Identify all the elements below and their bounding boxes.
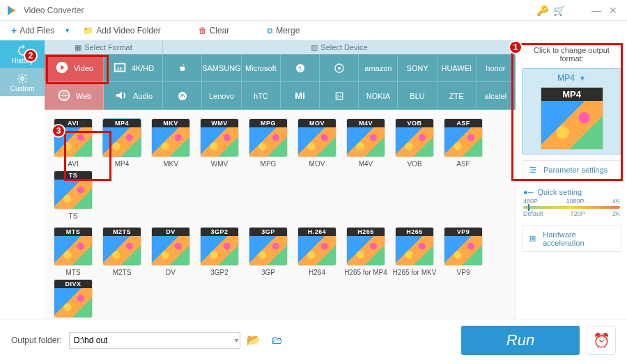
caret-down-icon: ▼ [579,74,586,82]
output-folder-input[interactable] [69,332,240,349]
format-H265-for-MKV[interactable]: H265H265 for MKV [390,225,439,278]
brand-r1-0[interactable] [163,54,202,82]
svg-point-5 [298,66,300,68]
format-MPG[interactable]: MPGMPG [244,117,293,169]
brand-r1-3[interactable] [281,54,320,82]
format-M4V[interactable]: M4VM4V [341,117,390,169]
format-MTS[interactable]: MTSMTS [49,225,98,278]
audio-icon [114,88,129,104]
history-button[interactable]: History [0,40,45,68]
output-format-selector[interactable]: MP4 ▼ MP4 [522,68,621,155]
bottom-bar: Output folder: ▾ 📂 🗁 Run ⏰ [0,319,627,361]
chip-icon [528,234,537,244]
brand-hTC[interactable]: hTC [242,82,281,110]
category-hd[interactable]: 4K4K/HD [104,54,163,82]
brand-SONY[interactable]: SONY [398,54,437,82]
merge-button[interactable]: ⧉ Merge [263,26,304,35]
format-H265-for-MP4[interactable]: H265H265 for MP4 [341,225,390,278]
format-DV[interactable]: DVDV [146,225,195,278]
custom-label: Custom [10,85,34,93]
add-folder-button[interactable]: 📁 Add Video Folder [79,26,165,35]
category-video[interactable]: Video [45,54,104,82]
brand-r2-3[interactable]: MI [281,82,320,110]
format-header: ▦ Select Format ▥ Select Device [45,40,516,54]
lg-icon [295,63,306,74]
output-format-title: Click to change output format: [522,46,621,63]
quality-slider[interactable] [523,206,620,209]
main-toolbar: + Add Files ▼ 📁 Add Video Folder 🗑 Clear… [0,21,627,40]
oneplus-icon: 1+ [334,90,345,102]
select-device-tab[interactable]: ▥ Select Device [163,40,516,54]
svg-text:4K: 4K [116,65,123,71]
quick-setting: ●─Quick setting 480P1080P4K Default720P2… [522,185,621,220]
category-audio[interactable]: Audio [104,82,163,110]
merge-icon: ⧉ [267,26,273,35]
brand-honor[interactable]: honor [477,54,516,82]
brand-r2-4[interactable]: 1+ [320,82,359,110]
category-grid: Video4K4K/HDSAMSUNGMicrosoftamazonSONYHU… [45,54,516,110]
format-ASF[interactable]: ASFASF [439,117,488,169]
add-files-button[interactable]: + Add Files ▼ [7,25,75,36]
folder-icon: 📁 [83,26,93,35]
select-device-label: Select Device [320,43,367,52]
browse-folder-button[interactable]: 🗁 [269,334,286,347]
format-H264[interactable]: H.264H264 [293,225,341,278]
brand-Microsoft[interactable]: Microsoft [242,54,281,82]
format-MKV[interactable]: MKVMKV [146,117,195,169]
svg-point-7 [338,67,341,70]
app-logo-icon [6,4,18,17]
annotation-badge-1: 1 [509,40,522,54]
title-bar: Video Converter 🔑 🛒 — ✕ [0,0,627,21]
select-format-tab[interactable]: ▦ Select Format [45,40,163,54]
format-DIVX[interactable]: DIVXDIVX [49,278,98,319]
open-folder-button[interactable]: 📂 [245,333,262,347]
cart-icon[interactable]: 🛒 [550,5,567,16]
format-3GP2[interactable]: 3GP23GP2 [195,225,244,278]
hardware-acceleration-label: Hardware acceleration [543,230,615,247]
format-WMV[interactable]: WMVWMV [195,117,244,169]
format-MP4[interactable]: MP4MP4 [98,117,146,169]
format-M2TS[interactable]: M2TSM2TS [98,225,146,278]
parameter-settings-button[interactable]: Parameter settings [522,160,621,180]
sliders-icon [528,165,538,175]
merge-label: Merge [276,26,300,35]
brand-r2-0[interactable] [163,82,202,110]
brand-alcatel[interactable]: alcatel [477,82,516,110]
dropdown-caret-icon[interactable]: ▼ [64,27,70,34]
app-title: Video Converter [24,6,534,15]
brand-r1-4[interactable] [320,54,359,82]
format-TS[interactable]: TSTS [49,169,98,221]
add-folder-label: Add Video Folder [96,26,161,35]
plus-icon: + [11,25,17,36]
output-format-preview: MP4 [541,87,603,150]
left-rail: History Custom [0,40,45,319]
format-3GP[interactable]: 3GP3GP [244,225,293,278]
hd-icon: 4K [112,60,127,77]
output-format-tag: MP4 [541,88,603,101]
key-icon[interactable]: 🔑 [534,5,550,16]
video-icon [54,60,70,77]
brand-NOKIA[interactable]: NOKIA [359,82,398,110]
minimize-button[interactable]: — [588,5,605,16]
format-VP9[interactable]: VP9VP9 [439,225,488,278]
custom-button[interactable]: Custom [0,68,45,96]
brand-amazon[interactable]: amazon [359,54,398,82]
svg-text:1+: 1+ [336,93,342,98]
brand-HUAWEI[interactable]: HUAWEI [438,54,477,82]
clear-button[interactable]: 🗑 Clear [194,26,234,35]
brand-BLU[interactable]: BLU [398,82,437,110]
add-files-label: Add Files [20,26,54,35]
brand-ZTE[interactable]: ZTE [438,82,477,110]
hardware-acceleration-button[interactable]: Hardware acceleration [522,225,621,252]
brand-SAMSUNG[interactable]: SAMSUNG [202,54,242,82]
run-button[interactable]: Run [461,326,580,355]
lg-icon [334,63,345,74]
format-VOB[interactable]: VOBVOB [390,117,439,169]
format-MOV[interactable]: MOVMOV [293,117,341,169]
brand-Lenovo[interactable]: Lenovo [202,82,242,110]
category-web[interactable]: Web [45,82,104,110]
scheduler-button[interactable]: ⏰ [587,326,616,355]
close-button[interactable]: ✕ [605,5,621,16]
select-format-label: Select Format [84,43,132,52]
annotation-badge-3: 3 [52,124,65,138]
